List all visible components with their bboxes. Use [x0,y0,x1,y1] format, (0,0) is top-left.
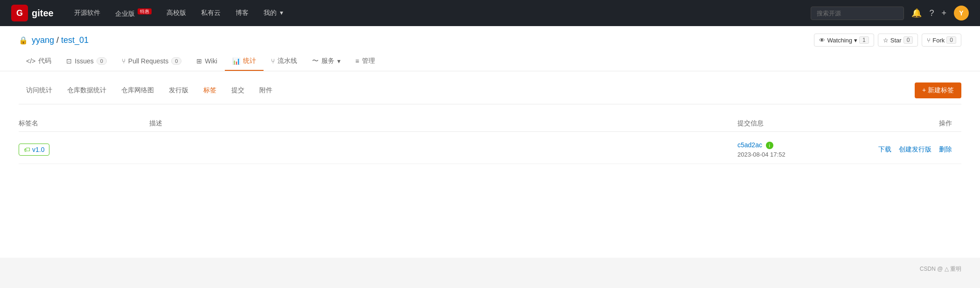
services-icon: 〜 [312,57,319,65]
repo-title-row: 🔒 yyang / test_01 👁 Watching ▾ 1 ☆ Star … [19,34,961,52]
eye-icon: 👁 [819,37,825,44]
pr-badge: 0 [171,57,181,65]
create-release-action[interactable]: 创建发行版 [899,145,931,154]
nav-item-enterprise[interactable]: 企业版 特惠 [110,5,157,22]
avatar[interactable]: Y [954,6,969,21]
tab-code[interactable]: </> 代码 [19,52,59,71]
page-footer: CSDN @ △ 重明 [0,258,980,281]
new-tag-button[interactable]: + 新建标签 [915,82,961,98]
sub-navigation: 访问统计 仓库数据统计 仓库网络图 发行版 标签 提交 附件 + 新建标签 [19,82,961,104]
fork-icon: ⑂ [927,37,931,44]
star-icon: ☆ [883,37,889,44]
enterprise-badge: 特惠 [138,8,152,14]
sub-nav-items: 访问统计 仓库数据统计 仓库网络图 发行版 标签 提交 附件 [19,83,280,97]
logo[interactable]: G gitee [11,5,54,21]
issues-badge: 0 [97,57,107,65]
footer-text: CSDN @ △ 重明 [920,266,961,272]
tab-issues[interactable]: ⊡ Issues 0 [59,53,114,70]
sub-nav-releases[interactable]: 发行版 [161,83,196,97]
delete-action[interactable]: 删除 [939,145,952,154]
sub-nav-visit-stats[interactable]: 访问统计 [19,83,60,97]
lock-icon: 🔒 [19,36,28,45]
star-button[interactable]: ☆ Star 0 [878,34,918,47]
content-area: 访问统计 仓库数据统计 仓库网络图 发行版 标签 提交 附件 + 新建标签 标签… [0,71,980,258]
tag-version: v1.0 [32,146,44,153]
repo-header: 🔒 yyang / test_01 👁 Watching ▾ 1 ☆ Star … [0,26,980,71]
pr-icon: ⑂ [122,57,125,65]
commit-info-cell: c5ad2ac i 2023-08-04 17:52 [737,141,868,158]
repo-owner-link[interactable]: yyang [32,35,54,45]
plus-icon[interactable]: + [941,8,946,18]
tab-pull-requests[interactable]: ⑂ Pull Requests 0 [114,53,189,70]
star-label: Star [890,37,902,44]
col-header-description: 描述 [149,119,737,128]
repo-name-link[interactable]: test_01 [61,35,89,45]
tag-name-cell: 🏷 v1.0 [19,144,149,156]
tab-wiki[interactable]: ⊞ Wiki [189,53,224,70]
commit-hash-row: c5ad2ac i [737,141,868,149]
stats-icon: 📊 [232,57,240,65]
table-row: 🏷 v1.0 c5ad2ac i 2023-08-04 17:52 下载 创建发… [19,136,961,164]
commit-info-icon: i [766,142,773,149]
nav-right: 🔔 ? + Y [811,6,969,21]
wiki-icon: ⊞ [196,57,202,65]
actions-cell: 下载 创建发行版 删除 [868,145,961,154]
nav-item-opensource[interactable]: 开源软件 [69,5,106,21]
nav-item-blog[interactable]: 博客 [230,5,254,21]
tab-services[interactable]: 〜 服务 ▾ [305,52,348,71]
repo-actions: 👁 Watching ▾ 1 ☆ Star 0 ⑂ Fork 0 [814,34,961,47]
sub-nav-attachments[interactable]: 附件 [252,83,280,97]
bell-icon[interactable]: 🔔 [911,8,922,18]
fork-count: 0 [946,36,956,44]
sub-nav-commits[interactable]: 提交 [224,83,252,97]
help-icon[interactable]: ? [929,8,934,18]
download-action[interactable]: 下载 [878,145,891,154]
code-icon: </> [26,57,35,65]
col-header-tag-name: 标签名 [19,119,149,128]
repo-tabs: </> 代码 ⊡ Issues 0 ⑂ Pull Requests 0 ⊞ Wi… [19,52,961,71]
col-header-commit-info: 提交信息 [737,119,868,128]
tab-stats[interactable]: 📊 统计 [225,52,264,71]
issues-icon: ⊡ [66,57,72,65]
tab-pipeline[interactable]: ⑂ 流水线 [264,52,305,71]
search-input[interactable] [811,7,904,20]
tag-icon: 🏷 [24,146,30,153]
fork-button[interactable]: ⑂ Fork 0 [922,34,961,47]
services-dropdown-icon: ▾ [337,57,341,65]
repo-path: yyang / test_01 [32,35,89,45]
nav-item-university[interactable]: 高校版 [161,5,192,21]
repo-separator: / [56,35,61,45]
watching-dropdown-icon: ▾ [854,37,857,44]
pipeline-icon: ⑂ [271,57,275,65]
commit-date: 2023-08-04 17:52 [737,151,868,158]
col-header-actions: 操作 [868,119,961,128]
logo-text: gitee [32,8,54,19]
watching-button[interactable]: 👁 Watching ▾ 1 [814,34,874,47]
sub-nav-network[interactable]: 仓库网络图 [114,83,161,97]
nav-item-private-cloud[interactable]: 私有云 [195,5,226,21]
top-navigation: G gitee 开源软件 企业版 特惠 高校版 私有云 博客 我的 ▾ 🔔 ? … [0,0,980,26]
sub-nav-tags[interactable]: 标签 [196,83,224,97]
nav-item-mine[interactable]: 我的 ▾ [258,5,289,21]
nav-items: 开源软件 企业版 特惠 高校版 私有云 博客 我的 ▾ [69,5,796,22]
repo-title: 🔒 yyang / test_01 [19,35,89,45]
fork-label: Fork [932,37,945,44]
star-count: 0 [904,36,913,44]
sub-nav-repo-data[interactable]: 仓库数据统计 [60,83,114,97]
logo-icon: G [11,5,28,21]
manage-icon: ≡ [355,57,359,65]
tab-manage[interactable]: ≡ 管理 [348,52,382,71]
watching-count: 1 [859,36,869,44]
tag-name-badge: 🏷 v1.0 [19,144,49,156]
watching-label: Watching [827,37,852,44]
commit-hash-link[interactable]: c5ad2ac [737,141,762,149]
tag-table-header: 标签名 描述 提交信息 操作 [19,116,961,132]
